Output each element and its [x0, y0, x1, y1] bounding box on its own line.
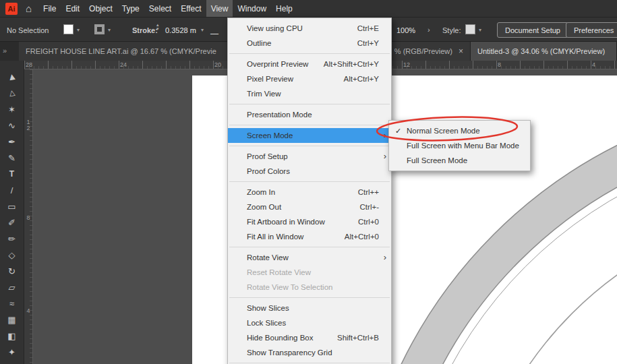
- shaper-tool[interactable]: ✏: [3, 231, 22, 247]
- menu-item-presentation-mode[interactable]: Presentation Mode: [228, 107, 391, 122]
- menubar-item-edit[interactable]: Edit: [61, 0, 84, 17]
- preferences-button[interactable]: Preferences: [566, 22, 617, 38]
- menu-item-rotate-view[interactable]: Rotate View›: [228, 250, 391, 265]
- view-menu-dropdown: View using CPUCtrl+EOutlineCtrl+YOverpri…: [227, 18, 392, 364]
- pen-tool[interactable]: ✒: [3, 133, 22, 150]
- paintbrush-icon: ✐: [8, 218, 16, 227]
- style-chevron-down-icon[interactable]: ▾: [479, 28, 481, 33]
- menu-item-shortcut: Alt+Ctrl+0: [345, 233, 384, 241]
- direct-selection-tool[interactable]: ▷: [3, 85, 22, 101]
- menubar-item-view[interactable]: View: [206, 0, 233, 17]
- eraser-tool[interactable]: ◇: [3, 247, 22, 263]
- menu-item-zoom-in[interactable]: Zoom InCtrl++: [228, 185, 391, 200]
- stroke-weight-value[interactable]: 0.3528 m: [165, 26, 196, 34]
- stroke-chevron-down-icon[interactable]: ▾: [108, 28, 111, 33]
- menubar-item-window[interactable]: Window: [233, 0, 271, 17]
- menu-item-screen-mode[interactable]: Screen Mode›: [228, 128, 391, 143]
- submenu-item-label: Normal Screen Mode: [407, 127, 480, 135]
- menu-separator: [229, 297, 390, 298]
- tab-close-icon[interactable]: ×: [459, 47, 463, 56]
- home-icon[interactable]: ⌂: [26, 3, 32, 13]
- stroke-color-swatch[interactable]: [94, 24, 105, 34]
- menubar-item-help[interactable]: Help: [271, 0, 297, 17]
- menu-item-label: Lock Slices: [247, 319, 286, 327]
- menu-item-proof-colors[interactable]: Proof Colors: [228, 164, 391, 179]
- menu-item-lock-slices[interactable]: Lock Slices: [228, 315, 391, 330]
- menu-item-label: Reset Rotate View: [247, 268, 311, 276]
- menu-item-label: Hide Bounding Box: [247, 334, 313, 342]
- line-style-dropdown[interactable]: —: [210, 29, 218, 38]
- menu-item-overprint-preview[interactable]: Overprint PreviewAlt+Shift+Ctrl+Y: [228, 57, 391, 71]
- magic-wand-icon: ✶: [8, 105, 16, 114]
- menu-item-shortcut: Ctrl+0: [358, 218, 384, 226]
- free-transform-tool[interactable]: ▦: [3, 311, 22, 328]
- menu-item-label: Show Slices: [247, 304, 289, 312]
- stepper-down-icon[interactable]: ▾: [156, 27, 159, 31]
- document-tab[interactable]: Untitled-3 @ 34.06 % (CMYK/Preview): [471, 42, 617, 61]
- menubar-item-select[interactable]: Select: [144, 0, 176, 17]
- lasso-tool[interactable]: ∿: [3, 117, 22, 133]
- fill-color-swatch[interactable]: [63, 24, 74, 34]
- menubar-item-object[interactable]: Object: [84, 0, 117, 17]
- type-tool[interactable]: T: [3, 166, 22, 182]
- ruler-mark: 4: [592, 61, 595, 68]
- type-icon: T: [9, 170, 14, 178]
- app-logo-icon[interactable]: Ai: [5, 3, 18, 15]
- menu-item-proof-setup[interactable]: Proof Setup›: [228, 149, 391, 164]
- menu-item-hide-bounding-box[interactable]: Hide Bounding BoxShift+Ctrl+B: [228, 330, 391, 345]
- menu-item-fit-artboard-in-window[interactable]: Fit Artboard in WindowCtrl+0: [228, 214, 391, 229]
- menu-item-fit-all-in-window[interactable]: Fit All in WindowAlt+Ctrl+0: [228, 229, 391, 244]
- magic-wand-tool[interactable]: ✶: [3, 101, 22, 117]
- line-segment-tool[interactable]: /: [3, 182, 22, 198]
- menu-item-trim-view[interactable]: Trim View: [228, 86, 391, 101]
- width-tool[interactable]: ≈: [3, 295, 22, 311]
- menu-item-reset-rotate-view: Reset Rotate View: [228, 265, 391, 280]
- menubar-item-effect[interactable]: Effect: [176, 0, 206, 17]
- rotate-tool[interactable]: ↻: [3, 263, 22, 279]
- stroke-weight-chevron-down-icon[interactable]: ▾: [201, 28, 204, 33]
- menu-item-show-slices[interactable]: Show Slices: [228, 301, 391, 315]
- menu-item-label: Outline: [247, 39, 271, 47]
- menubar-items: FileEditObjectTypeSelectEffectViewWindow…: [38, 0, 297, 17]
- menu-item-view-using-cpu[interactable]: View using CPUCtrl+E: [228, 21, 391, 36]
- ruler-mark: 24: [120, 61, 127, 68]
- check-icon: ✓: [395, 127, 407, 135]
- menu-item-label: Zoom Out: [247, 203, 281, 211]
- curvature-tool[interactable]: ✎: [3, 150, 22, 166]
- menu-item-label: Fit All in Window: [247, 233, 303, 241]
- submenu-item-full-screen-mode[interactable]: Full Screen Mode: [389, 153, 530, 168]
- tool-list: ▶▷✶∿✒✎T/▭✐✏◇↻▱≈▦◧✦: [0, 69, 24, 360]
- ruler-mark: 20: [214, 61, 221, 68]
- menu-item-outline[interactable]: OutlineCtrl+Y: [228, 36, 391, 51]
- screen-mode-submenu: ✓Normal Screen ModeFull Screen with Menu…: [388, 120, 531, 171]
- style-swatch[interactable]: [465, 24, 475, 34]
- tab-overflow-icon[interactable]: »: [3, 47, 7, 55]
- opacity-value[interactable]: 100%: [396, 26, 415, 34]
- gradient-tool[interactable]: ◧: [3, 328, 22, 344]
- ruler-mark: 12: [403, 61, 410, 68]
- curvature-icon: ✎: [8, 154, 16, 162]
- tab-title: % (RGB/Preview): [394, 47, 452, 55]
- rectangle-tool[interactable]: ▭: [3, 198, 22, 214]
- fill-chevron-down-icon[interactable]: ▾: [77, 28, 80, 33]
- menu-item-pixel-preview[interactable]: Pixel PreviewAlt+Ctrl+Y: [228, 71, 391, 86]
- pen-icon: ✒: [8, 138, 16, 146]
- document-tab[interactable]: FREIGHT HOUSE LINE ART.ai @ 16.67 % (CMY…: [19, 42, 233, 61]
- eyedropper-icon: ✦: [8, 348, 16, 357]
- eraser-icon: ◇: [9, 251, 16, 260]
- menu-item-shortcut: Alt+Shift+Ctrl+Y: [324, 60, 384, 68]
- paintbrush-tool[interactable]: ✐: [3, 214, 22, 231]
- stroke-weight-stepper[interactable]: ▴ ▾: [156, 23, 159, 31]
- menu-item-label: Fit Artboard in Window: [247, 218, 325, 226]
- submenu-item-normal-screen-mode[interactable]: ✓Normal Screen Mode: [389, 123, 530, 138]
- submenu-item-full-screen-with-menu-bar-mode[interactable]: Full Screen with Menu Bar Mode: [389, 138, 530, 153]
- menu-item-zoom-out[interactable]: Zoom OutCtrl+-: [228, 200, 391, 214]
- eyedropper-tool[interactable]: ✦: [3, 344, 22, 360]
- document-setup-button[interactable]: Document Setup: [497, 22, 568, 38]
- opacity-chevron-icon[interactable]: ›: [428, 26, 430, 34]
- selection-tool[interactable]: ▶: [3, 69, 22, 85]
- menubar-item-type[interactable]: Type: [117, 0, 144, 17]
- menu-item-show-transparency-grid[interactable]: Show Transparency Grid: [228, 345, 391, 360]
- scale-tool[interactable]: ▱: [3, 279, 22, 295]
- menubar-item-file[interactable]: File: [38, 0, 61, 17]
